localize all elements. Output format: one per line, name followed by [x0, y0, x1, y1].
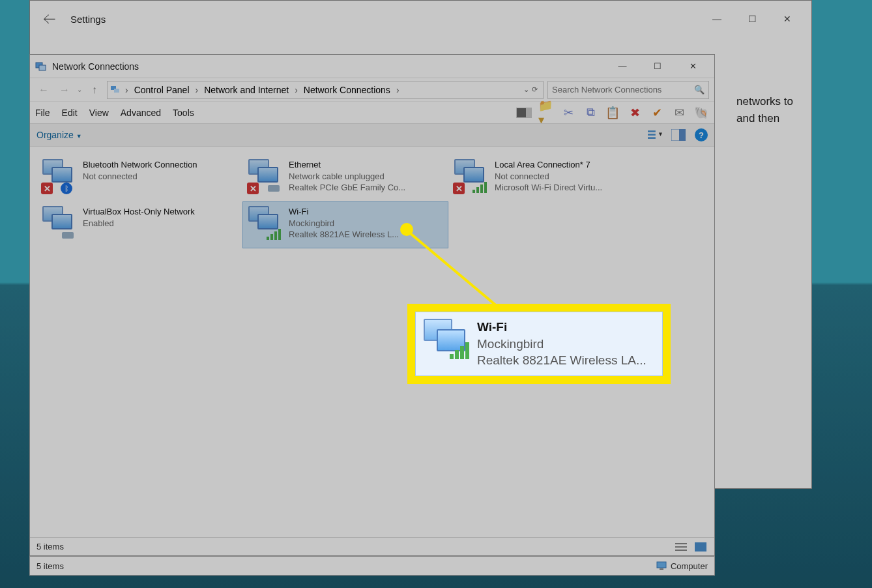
close-button[interactable]: ✕ — [778, 9, 797, 29]
computer-icon — [656, 561, 667, 570]
body-frag-1: networks to — [736, 95, 793, 108]
svg-rect-14 — [660, 568, 663, 570]
menu-edit[interactable]: Edit — [62, 108, 78, 118]
settings-titlebar: 🡠 Settings — ☐ ✕ — [30, 1, 811, 37]
adapter-name: Wi-Fi — [289, 206, 399, 218]
adapter-text: Local Area Connection* 7Not connectedMic… — [495, 159, 602, 197]
search-box[interactable]: 🔍 — [547, 81, 709, 99]
crumb-network-internet[interactable]: Network and Internet — [200, 85, 293, 95]
view-options-icon[interactable] — [648, 128, 662, 142]
check-icon[interactable]: ✔ — [649, 105, 665, 121]
adapter-line2: Not connected — [83, 171, 197, 183]
body-frag-2: and then — [736, 112, 779, 125]
bottom-status-text: 5 items — [36, 561, 64, 571]
copy-icon[interactable]: ⧉ — [583, 105, 598, 121]
callout-name: Wi-Fi — [477, 319, 647, 336]
crumb-control-panel[interactable]: Control Panel — [130, 85, 194, 95]
menu-tools[interactable]: Tools — [173, 108, 194, 118]
adapter-line3: Realtek PCIe GbE Family Co... — [289, 182, 405, 194]
callout-line3: Realtek 8821AE Wireless LA... — [477, 352, 647, 369]
adapter-line2: Not connected — [495, 171, 602, 183]
folder-options-icon[interactable]: 📁▾ — [538, 105, 554, 121]
connection-item-wi-fi[interactable]: Wi-FiMockingbirdRealtek 8821AE Wireless … — [242, 201, 448, 248]
adapter-line3: Realtek 8821AE Wireless L... — [289, 229, 399, 241]
connection-item-local-area-connection-7[interactable]: ✕Local Area Connection* 7Not connectedMi… — [448, 154, 654, 201]
address-bar[interactable]: › Control Panel › Network and Internet ›… — [107, 81, 544, 99]
svg-rect-3 — [114, 89, 119, 93]
address-icon — [110, 84, 122, 96]
svg-rect-4 — [648, 130, 656, 132]
organize-label: Organize — [36, 130, 74, 140]
nc-titlebar: Network Connections — ☐ ✕ — [30, 55, 714, 78]
adapter-text: Bluetooth Network ConnectionNot connecte… — [83, 159, 197, 197]
refresh-icon[interactable]: ⟳ — [532, 85, 538, 94]
minimize-button[interactable]: — — [613, 57, 632, 76]
shell-icon[interactable]: 🐚 — [693, 105, 709, 121]
paste-icon[interactable]: 📋 — [605, 105, 620, 121]
nc-menubar: File Edit View Advanced Tools 📁▾ ✂ ⧉ 📋 ✖… — [30, 101, 714, 123]
maximize-button[interactable]: ☐ — [742, 9, 762, 29]
menu-advanced[interactable]: Advanced — [121, 108, 161, 118]
bottom-status-location: Computer — [671, 561, 708, 571]
crumb-sep: › — [293, 85, 300, 95]
menu-right-icons: 📁▾ ✂ ⧉ 📋 ✖ ✔ ✉ 🐚 — [516, 105, 709, 121]
adapter-text: VirtualBox Host-Only NetworkEnabled — [83, 206, 195, 244]
connection-item-bluetooth-network-connection[interactable]: ✕ᛒBluetooth Network ConnectionNot connec… — [36, 154, 242, 201]
adapter-name: Bluetooth Network Connection — [83, 159, 197, 171]
adapter-icon: ✕ᛒ — [42, 159, 76, 193]
minimize-button[interactable]: — — [707, 9, 727, 29]
bottom-status-bar: 5 items Computer — [29, 556, 715, 576]
adapter-icon: ✕ — [248, 159, 282, 193]
adapter-text: EthernetNetwork cable unpluggedRealtek P… — [289, 159, 405, 197]
menu-file[interactable]: File — [35, 108, 50, 118]
callout-inner: Wi-Fi Mockingbird Realtek 8821AE Wireles… — [415, 312, 663, 376]
toggle-icon[interactable] — [516, 105, 532, 121]
svg-rect-11 — [675, 550, 687, 551]
adapter-text: Wi-FiMockingbirdRealtek 8821AE Wireless … — [289, 206, 399, 244]
search-icon[interactable]: 🔍 — [694, 85, 705, 95]
delete-icon[interactable]: ✖ — [627, 105, 643, 121]
close-button[interactable]: ✕ — [683, 57, 703, 76]
back-button[interactable]: 🡠 — [36, 12, 63, 27]
nc-nav-toolbar: ← → ⌄ ↑ › Control Panel › Network and In… — [30, 78, 714, 101]
svg-rect-10 — [675, 546, 687, 548]
crumb-network-connections[interactable]: Network Connections — [300, 85, 394, 95]
adapter-line3: Microsoft Wi-Fi Direct Virtu... — [495, 182, 602, 194]
svg-rect-1 — [39, 65, 46, 70]
search-input[interactable] — [552, 85, 694, 95]
settings-title: Settings — [70, 14, 707, 25]
settings-body-fragment: networks to and then — [736, 93, 793, 126]
nav-up-icon[interactable]: ↑ — [86, 81, 103, 98]
crumb-sep: › — [194, 85, 201, 95]
adapter-name: Ethernet — [289, 159, 405, 171]
nav-history-dropdown[interactable]: ⌄ — [77, 86, 82, 93]
adapter-icon — [42, 206, 76, 240]
settings-window-controls: — ☐ ✕ — [707, 9, 805, 29]
connection-item-virtualbox-host-only-network[interactable]: VirtualBox Host-Only NetworkEnabled — [36, 201, 242, 248]
adapter-name: Local Area Connection* 7 — [495, 159, 602, 171]
details-view-icon[interactable] — [674, 540, 688, 554]
crumb-sep: › — [394, 85, 401, 95]
crumb-sep: › — [123, 85, 130, 95]
adapter-icon: ✕ — [454, 159, 488, 193]
svg-rect-12 — [695, 542, 706, 551]
nc-statusbar: 5 items — [30, 537, 714, 555]
nav-back-icon[interactable]: ← — [35, 81, 52, 98]
large-icons-view-icon[interactable] — [693, 540, 708, 554]
status-item-count: 5 items — [36, 542, 64, 551]
adapter-line2: Network cable unplugged — [289, 171, 405, 183]
help-icon[interactable]: ? — [695, 128, 708, 141]
connection-item-ethernet[interactable]: ✕EthernetNetwork cable unpluggedRealtek … — [242, 154, 448, 201]
mail-icon[interactable]: ✉ — [671, 105, 687, 121]
maximize-button[interactable]: ☐ — [648, 57, 667, 76]
address-dropdown-icon[interactable]: ⌄ — [523, 85, 529, 94]
svg-rect-8 — [679, 129, 686, 141]
menu-view[interactable]: View — [89, 108, 109, 118]
cut-icon[interactable]: ✂ — [560, 105, 576, 121]
nav-forward-icon[interactable]: → — [56, 81, 73, 98]
organize-menu[interactable]: Organize▼ — [36, 130, 82, 140]
svg-rect-6 — [648, 137, 656, 139]
preview-pane-icon[interactable] — [671, 128, 686, 142]
callout-box: Wi-Fi Mockingbird Realtek 8821AE Wireles… — [407, 304, 671, 384]
callout-adapter-icon — [424, 319, 471, 359]
